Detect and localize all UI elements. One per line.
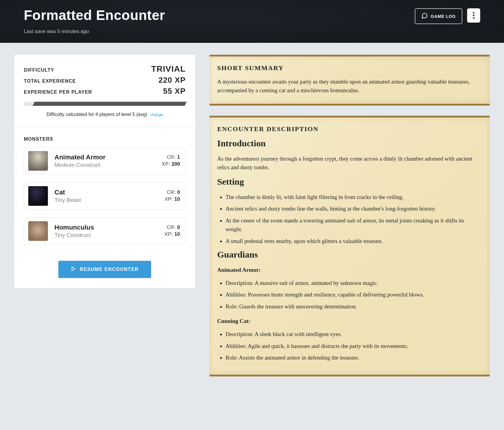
more-menu-button[interactable] (467, 8, 480, 23)
chat-icon (421, 12, 428, 20)
setting-list: The chamber is dimly lit, with faint lig… (217, 193, 482, 245)
svg-marker-0 (72, 267, 75, 271)
monster-card[interactable]: Animated Armor Medium Construct CR: 1 XP… (24, 147, 186, 175)
xp-per-player-label: EXPERIENCE PER PLAYER (24, 90, 92, 95)
short-summary-panel: SHORT SUMMARY A mysterious encounter awa… (209, 55, 490, 106)
monster-type: Tiny Beast (54, 197, 158, 203)
monster-name: Cat (54, 189, 158, 196)
difficulty-progress-bar (24, 102, 186, 106)
monsters-heading: MONSTERS (24, 136, 186, 142)
list-item: Role: Assists the animated armor in defe… (226, 353, 482, 362)
last-save-text: Last save was 5 minutes ago (24, 29, 165, 34)
total-xp-label: TOTAL EXPERIENCE (24, 79, 76, 84)
intro-text: As the adventurers journey through a for… (217, 154, 482, 172)
monster-type: Medium Construct (54, 162, 155, 168)
encounter-main: SHORT SUMMARY A mysterious encounter awa… (209, 55, 490, 376)
list-item: Role: Guards the treasure with unwaverin… (226, 302, 482, 311)
guardian-list: Description: A sleek black cat with inte… (217, 330, 482, 362)
encounter-description-panel: ENCOUNTER DESCRIPTION Introduction As th… (209, 116, 490, 376)
guardian-name: Animated Armor: (217, 267, 482, 273)
monster-card[interactable]: Homunculus Tiny Construct CR: 0 XP: 10 (24, 217, 186, 245)
resume-encounter-button[interactable]: RESUME ENCOUNTER (58, 261, 151, 278)
difficulty-label: DIFFICULTY (24, 68, 54, 73)
short-summary-heading: SHORT SUMMARY (217, 64, 482, 72)
monster-name: Homunculus (54, 224, 158, 231)
monster-thumbnail (28, 221, 48, 241)
difficulty-caption: Difficulty calculated for 4 players of l… (46, 112, 147, 117)
change-link[interactable]: change (150, 112, 163, 117)
monster-stats: CR: 0 XP: 10 (165, 189, 180, 203)
encounter-sidebar: DIFFICULTY TRIVIAL TOTAL EXPERIENCE 220 … (14, 55, 195, 288)
monster-card[interactable]: Cat Tiny Beast CR: 0 XP: 10 (24, 182, 186, 210)
guardian-name: Cunning Cat: (217, 318, 482, 324)
list-item: The chamber is dimly lit, with faint lig… (226, 193, 482, 201)
resume-encounter-label: RESUME ENCOUNTER (80, 267, 139, 272)
guardian-list: Description: A massive suit of armor, an… (217, 279, 482, 311)
list-item: Abilities: Agile and quick, it harasses … (226, 342, 482, 350)
total-xp-value: 220 XP (159, 76, 186, 85)
list-item: At the center of the room stands a tower… (226, 216, 482, 234)
kebab-icon (473, 15, 475, 16)
game-log-button[interactable]: GAME LOG (415, 8, 462, 24)
difficulty-value: TRIVIAL (151, 64, 186, 74)
list-item: A small pedestal rests nearby, upon whic… (226, 237, 482, 245)
monster-stats: CR: 1 XP: 200 (162, 154, 180, 168)
setting-heading: Setting (217, 177, 482, 187)
encounter-description-heading: ENCOUNTER DESCRIPTION (217, 125, 482, 133)
game-log-label: GAME LOG (431, 14, 456, 19)
monster-thumbnail (28, 151, 48, 171)
monster-stats: CR: 0 XP: 10 (165, 224, 180, 238)
list-item: Ancient relics and dusty tombs line the … (226, 204, 482, 213)
short-summary-text: A mysterious encounter awaits your party… (217, 77, 482, 95)
list-item: Description: A sleek black cat with inte… (226, 330, 482, 338)
page-title: Formatted Encounter (24, 7, 165, 23)
list-item: Description: A massive suit of armor, an… (226, 279, 482, 287)
monster-type: Tiny Construct (54, 232, 158, 238)
xp-per-player-value: 55 XP (163, 87, 186, 96)
monster-thumbnail (28, 186, 48, 206)
hero-banner: Formatted Encounter Last save was 5 minu… (0, 0, 504, 43)
play-icon (71, 266, 76, 273)
monster-name: Animated Armor (54, 153, 155, 161)
list-item: Abilities: Possesses brute strength and … (226, 290, 482, 299)
intro-heading: Introduction (217, 138, 482, 148)
guardians-heading: Guardians (217, 249, 482, 260)
